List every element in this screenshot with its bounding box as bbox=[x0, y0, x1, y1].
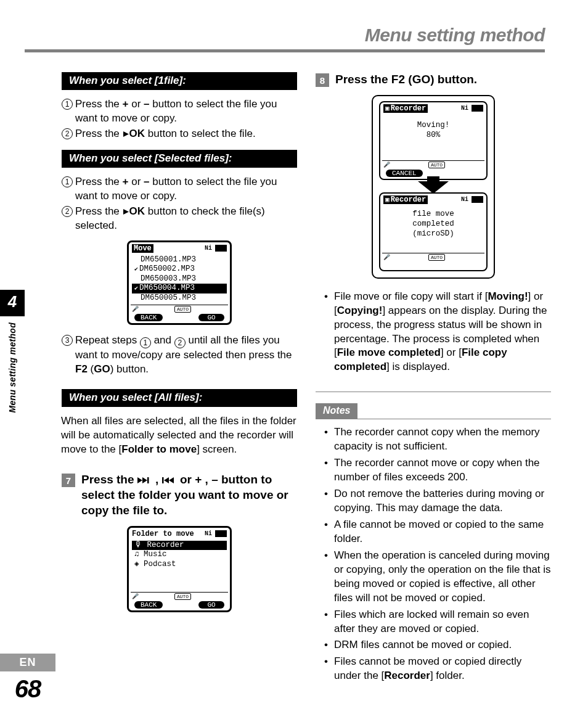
lcd-done-line: (microSD) bbox=[382, 229, 484, 239]
note-item: DRM files cannot be moved or copied. bbox=[316, 638, 551, 652]
battery-icon: Ni bbox=[205, 245, 227, 252]
note-item: Do not remove the batteries during movin… bbox=[316, 487, 551, 515]
svg-marker-3 bbox=[142, 477, 147, 483]
svg-marker-2 bbox=[137, 477, 142, 483]
step-sel-1: 1 Press the + or – button to select the … bbox=[62, 175, 297, 203]
step-sel-3: 3 Repeat steps 1 and 2 until all the fil… bbox=[62, 334, 297, 377]
page-header: Menu setting method bbox=[25, 25, 551, 52]
lcd-go-key: GO bbox=[198, 314, 224, 321]
step-8: 8 Press the F2 (GO) button. bbox=[316, 72, 551, 88]
notes-heading-line: Notes bbox=[316, 403, 551, 419]
chapter-number: 4 bbox=[0, 290, 25, 316]
lcd-moving-screen: Recorder Ni Moving! 80% 🎤AUTO CANCEL bbox=[379, 101, 488, 180]
page-footer: EN 68 bbox=[0, 654, 55, 703]
lcd-completed-screen: Recorder Ni file move completed (microSD… bbox=[379, 192, 488, 271]
step-number-2: 2 bbox=[62, 128, 73, 139]
section-bar-selected: When you select [Selected files]: bbox=[62, 150, 297, 168]
step-sel-2: 2 Press the OK button to check the file(… bbox=[62, 205, 297, 233]
note-item: The recorder cannot move or copy when th… bbox=[316, 456, 551, 485]
note-item: When the operation is canceled during mo… bbox=[316, 549, 551, 605]
step-box-8: 8 bbox=[316, 73, 329, 87]
lcd-done-line: file move bbox=[382, 209, 484, 219]
lcd-go-key: GO bbox=[198, 601, 224, 609]
battery-icon: Ni bbox=[461, 196, 483, 203]
note-item: The recorder cannot copy when the memory… bbox=[316, 425, 551, 454]
notes-list: The recorder cannot copy when the memory… bbox=[316, 425, 551, 683]
allfiles-paragraph: When all files are selected, all the fil… bbox=[61, 414, 297, 457]
note-item: Files cannot be moved or copied directly… bbox=[316, 655, 551, 683]
svg-rect-5 bbox=[162, 477, 164, 483]
lcd-back-key: BACK bbox=[134, 314, 163, 321]
chapter-side-label: Menu setting method bbox=[7, 316, 17, 419]
section-bar-allfiles: When you select [All files]: bbox=[62, 389, 297, 407]
lcd-file-row: DM650002.MP3 bbox=[132, 265, 227, 274]
step-box-7: 7 bbox=[62, 474, 75, 487]
lcd-file-row-selected: DM650004.MP3 bbox=[132, 284, 227, 293]
step-1file-1: 1 Press the + or – button to select the … bbox=[62, 97, 297, 126]
step-1file-2: 2 Press the OK button to select the file… bbox=[62, 127, 297, 141]
lcd-file-row: DM650005.MP3 bbox=[132, 293, 227, 303]
battery-icon: Ni bbox=[461, 105, 483, 112]
lcd-folder-screen: Folder to move Ni 🎙 Recorder ♫ Music ◈ P… bbox=[127, 526, 232, 612]
lcd-title: Recorder bbox=[383, 104, 428, 113]
play-icon bbox=[123, 127, 129, 141]
svg-marker-0 bbox=[123, 131, 129, 137]
page-title: Menu setting method bbox=[25, 25, 545, 46]
right-column: 8 Press the F2 (GO) button. Recorder Ni … bbox=[316, 72, 551, 686]
chapter-tab: 4 Menu setting method bbox=[0, 290, 25, 419]
section-bar-1file: When you select [1file]: bbox=[62, 72, 297, 90]
progress-bullet: File move or file copy will start if [Mo… bbox=[316, 290, 551, 375]
step-7: 7 Press the , or + , – button to select … bbox=[62, 472, 297, 518]
svg-marker-8 bbox=[418, 176, 449, 194]
notes-heading: Notes bbox=[316, 403, 357, 419]
lcd-title: Folder to move bbox=[132, 530, 194, 538]
lcd-folder-row: ◈ Podcast bbox=[132, 560, 227, 570]
mic-icon: 🎤 bbox=[383, 162, 390, 168]
lcd-file-row: DM650001.MP3 bbox=[132, 255, 227, 265]
lcd-file-row: DM650003.MP3 bbox=[132, 274, 227, 284]
svg-rect-4 bbox=[147, 477, 149, 483]
lcd-title: Move bbox=[132, 244, 153, 253]
rewind-icon bbox=[162, 472, 177, 488]
left-column: When you select [1file]: 1 Press the + o… bbox=[25, 72, 297, 686]
mic-icon: 🎤 bbox=[132, 593, 139, 600]
battery-icon: Ni bbox=[205, 530, 227, 537]
separator bbox=[316, 392, 551, 392]
lcd-done-line: completed bbox=[382, 219, 484, 229]
fast-forward-icon bbox=[137, 472, 152, 488]
lcd-folder-row-selected: 🎙 Recorder bbox=[132, 541, 227, 551]
mic-icon: 🎤 bbox=[383, 254, 390, 261]
lcd-back-key: BACK bbox=[134, 601, 163, 609]
lcd-moving-percent: 80% bbox=[382, 130, 484, 140]
lcd-folder-row: ♫ Music bbox=[132, 550, 227, 560]
step-8-heading: Press the F2 (GO) button. bbox=[335, 72, 477, 88]
lcd-moving-text: Moving! bbox=[382, 120, 484, 130]
svg-marker-6 bbox=[164, 477, 169, 483]
lcd-title: Recorder bbox=[383, 195, 428, 204]
svg-marker-7 bbox=[169, 477, 174, 483]
svg-marker-1 bbox=[123, 209, 129, 215]
page-number: 68 bbox=[0, 675, 55, 703]
header-rule bbox=[25, 49, 545, 52]
lcd-move-screen: Move Ni DM650001.MP3 DM650002.MP3 DM6500… bbox=[127, 240, 232, 325]
bullet-item: File move or file copy will start if [Mo… bbox=[316, 290, 551, 375]
language-badge: EN bbox=[0, 654, 55, 671]
play-icon bbox=[123, 205, 129, 219]
mic-icon: 🎤 bbox=[132, 306, 139, 313]
step-number-1: 1 bbox=[62, 99, 73, 110]
note-item: A file cannot be moved or copied to the … bbox=[316, 518, 551, 546]
note-item: Files which are locked will remain so ev… bbox=[316, 608, 551, 636]
step-7-heading: Press the , or + , – button to select th… bbox=[81, 472, 297, 518]
lcd-progress-group: Recorder Ni Moving! 80% 🎤AUTO CANCEL bbox=[372, 95, 495, 279]
